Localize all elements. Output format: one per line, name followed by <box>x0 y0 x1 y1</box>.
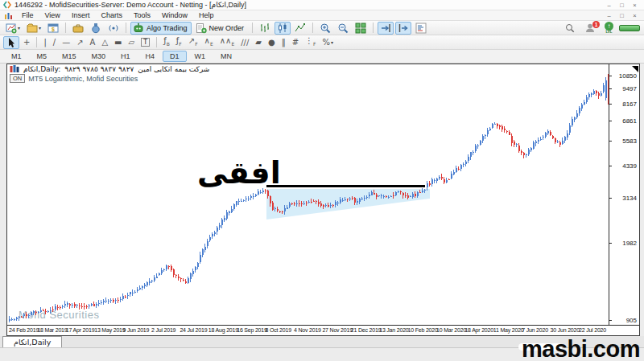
timeframe-h4[interactable]: H4 <box>138 51 163 62</box>
vertical-lines-pair-icon: ‖ <box>282 37 286 48</box>
tile-windows-button[interactable] <box>353 22 369 35</box>
fibo-retracement-button[interactable]: ƒB <box>161 36 172 49</box>
signals-button[interactable] <box>105 22 122 35</box>
search-button[interactable] <box>562 22 578 35</box>
date-axis-label: 8 Oct 2019 <box>266 327 291 333</box>
dropdown-caret-icon: ▾ <box>18 25 20 31</box>
timeframe-mn[interactable]: MN <box>213 51 239 62</box>
date-axis-label: 18 Mar 2019 <box>37 327 67 333</box>
auto-scroll-icon <box>380 23 391 34</box>
timeframe-m15[interactable]: M15 <box>55 51 84 62</box>
toolbox-icon <box>72 23 84 34</box>
chart-plot-area[interactable]: Mofid Securities افقی اتکام,Daily: ٩٨٢٧ … <box>7 64 609 325</box>
text-label-button[interactable]: T <box>138 36 152 49</box>
new-chart-button[interactable]: ▾ <box>3 22 23 35</box>
horizontal-annotation-line[interactable] <box>266 185 425 187</box>
candles-chart-button[interactable] <box>275 22 291 35</box>
date-axis-label: 4 Nov 2019 <box>294 327 321 333</box>
cycle-lines-button[interactable]: ⋮F <box>303 36 318 49</box>
price-axis-tick <box>609 76 612 76</box>
arrow-marker-button[interactable]: △ <box>99 36 110 49</box>
bars-chart-button[interactable] <box>257 22 273 35</box>
fibo-expansion-button[interactable]: ↗F <box>186 36 200 49</box>
close-button[interactable]: × <box>629 1 641 10</box>
chart-subheader: ON MT5 Logarithmic, Mofid Securities <box>10 74 138 83</box>
cursor-button[interactable] <box>3 36 19 49</box>
timeframe-w1[interactable]: W1 <box>188 51 213 62</box>
timeframe-m30[interactable]: M30 <box>85 51 114 62</box>
depth-of-market-icon <box>415 23 427 34</box>
chart-restore-button[interactable]: □ <box>616 11 628 20</box>
chart-minimize-button[interactable]: – <box>603 11 615 20</box>
horizontal-line-button[interactable]: — <box>60 36 72 49</box>
candles-chart-icon <box>277 23 288 34</box>
date-axis-label: 24 Feb 2019 <box>9 327 39 333</box>
date-axis[interactable]: 24 Feb 201918 Mar 201917 Apr 201913 May … <box>7 325 639 335</box>
elliott-impulse-button[interactable]: ∧E <box>202 36 216 49</box>
equidistant-channel-button[interactable]: ▰ <box>253 36 264 49</box>
price-axis[interactable]: 10850 9497 8167 6861 5583 4339 3134 1982… <box>609 64 639 325</box>
new-order-button[interactable]: New Order <box>193 22 249 35</box>
indicator-toggle-button[interactable]: ON <box>10 74 25 83</box>
date-axis-label: 7 Jun 2020 <box>522 327 548 333</box>
menu-insert[interactable]: Insert <box>66 11 96 19</box>
menu-help[interactable]: Help <box>193 11 220 19</box>
arrow-marker-icon: △ <box>101 37 108 48</box>
minimize-button[interactable]: – <box>603 1 615 10</box>
menu-view[interactable]: View <box>39 11 66 19</box>
chart-tab[interactable]: اتکام,Daily <box>2 336 62 347</box>
gann-grid-button[interactable]: # <box>290 36 301 49</box>
maximize-button[interactable]: □ <box>616 1 628 10</box>
rectangle-shape-button[interactable]: ▬ <box>112 36 124 49</box>
more-drawing-tools-button[interactable]: %▾ <box>320 36 336 49</box>
level-label: LVL <box>605 31 612 34</box>
strategy-tester-button[interactable] <box>88 22 104 35</box>
channels-button[interactable]: ∕∕∕ <box>238 36 251 49</box>
market-watch-button[interactable]: $ <box>45 22 61 35</box>
community-level-button[interactable]: ↑ LVL <box>602 22 616 35</box>
line-chart-button[interactable] <box>292 22 308 35</box>
strategy-tester-icon <box>90 23 101 34</box>
profiles-button[interactable]: ▾ <box>24 22 43 35</box>
toolbar-standard: ▾▾$Algo TradingNew Order 1 ↑ LVL <box>0 21 644 35</box>
toolbar-separator <box>36 37 37 47</box>
chart-shift-button[interactable] <box>395 22 411 35</box>
text-tool-button[interactable]: A <box>88 36 98 49</box>
ellipse-shape-button[interactable]: ● <box>266 36 278 49</box>
vertical-lines-pair-button[interactable]: ‖ <box>279 36 288 49</box>
timeframe-m5[interactable]: M5 <box>30 51 55 62</box>
window-title: 1446292 - MofidSecurities-Server: Demo A… <box>14 1 246 9</box>
shapes-button[interactable]: ▱ <box>126 36 138 49</box>
menu-window[interactable]: Window <box>156 11 193 19</box>
crosshair-button[interactable]: + <box>21 36 32 49</box>
zoom-out-button[interactable] <box>335 22 351 35</box>
toolbox-button[interactable] <box>70 22 86 35</box>
chart-close-button[interactable]: × <box>629 11 641 20</box>
menu-charts[interactable]: Charts <box>95 11 128 19</box>
timeframe-d1[interactable]: D1 <box>163 51 187 62</box>
zoom-in-button[interactable] <box>317 22 333 35</box>
toolbar-separator <box>252 23 253 33</box>
timeframe-h1[interactable]: H1 <box>114 51 138 62</box>
date-axis-label: 2 Jul 2019 <box>151 327 175 333</box>
connection-status-bar <box>619 25 640 31</box>
fibo-fan-icon: ƒF <box>176 35 182 50</box>
chart-window[interactable]: Mofid Securities افقی اتکام,Daily: ٩٨٢٧ … <box>6 64 640 336</box>
more-drawing-tools-icon: % <box>323 37 331 48</box>
algo-trading-button[interactable]: Algo Trading <box>130 22 192 35</box>
notifications-button[interactable]: 1 <box>582 22 598 35</box>
vertical-line-button[interactable]: | <box>41 36 48 49</box>
ohlc-values: ٩٨٢٧ ٩٨٣٧ ٩٧٨٥ ٩٨٢٩ <box>64 65 134 73</box>
auto-scroll-button[interactable] <box>378 22 394 35</box>
tile-windows-icon <box>355 23 366 34</box>
annotation-text[interactable]: افقی <box>197 158 281 190</box>
menu-file[interactable]: File <box>16 11 39 19</box>
fibo-fan-button[interactable]: ƒF <box>174 36 184 49</box>
trendline-button[interactable]: / <box>51 36 58 49</box>
arrowed-line-icon: ↗ <box>76 37 83 48</box>
depth-of-market-button[interactable] <box>413 22 429 35</box>
timeframe-m1[interactable]: M1 <box>4 51 29 62</box>
menu-tools[interactable]: Tools <box>128 11 156 19</box>
arrowed-line-button[interactable]: ↗ <box>74 36 85 49</box>
elliott-correction-button[interactable]: ∧∧E <box>217 36 237 49</box>
